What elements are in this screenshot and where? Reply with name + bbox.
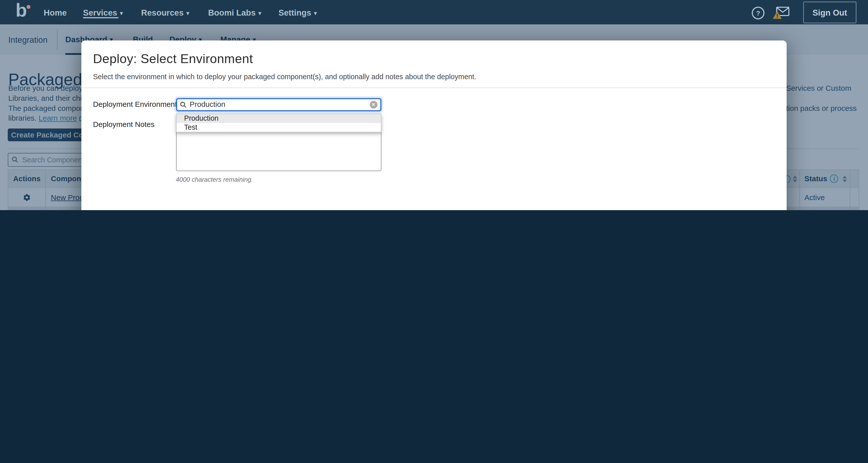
notifications-icon[interactable]: ! bbox=[775, 6, 789, 19]
dialog-description: Select the environment in which to deplo… bbox=[93, 73, 476, 81]
environment-search-input[interactable] bbox=[189, 100, 367, 109]
nav-item-resources[interactable]: Resources ▾ bbox=[141, 0, 189, 24]
chevron-down-icon: ▾ bbox=[258, 10, 261, 16]
search-icon bbox=[180, 101, 186, 108]
boomi-logo[interactable]: b bbox=[16, 0, 27, 21]
nav-item-services[interactable]: Services ▾ bbox=[83, 0, 123, 24]
dropdown-option-production[interactable]: Production bbox=[176, 114, 380, 123]
deployment-notes-textarea[interactable] bbox=[176, 132, 381, 171]
chevron-down-icon: ▾ bbox=[186, 10, 189, 16]
svg-text:!: ! bbox=[776, 13, 778, 19]
top-nav-bar: b Home Services ▾ Resources ▾ Boomi Labs… bbox=[0, 0, 868, 24]
nav-item-home[interactable]: Home bbox=[44, 0, 67, 24]
nav-active-underline bbox=[83, 17, 119, 18]
deployment-environment-label: Deployment Environment bbox=[93, 100, 177, 109]
nav-item-settings[interactable]: Settings ▾ bbox=[279, 0, 317, 24]
help-icon[interactable]: ? bbox=[752, 6, 765, 19]
dialog-title: Deploy: Select Environment bbox=[93, 52, 253, 67]
deploy-select-environment-dialog: Deploy: Select Environment Select the en… bbox=[82, 40, 787, 210]
environment-search-field: × bbox=[176, 98, 381, 111]
characters-remaining-hint: 4000 characters remaining. bbox=[176, 176, 253, 183]
dropdown-option-test[interactable]: Test bbox=[176, 123, 380, 132]
sign-out-button[interactable]: Sign Out bbox=[803, 2, 857, 23]
warning-triangle-icon: ! bbox=[773, 11, 782, 19]
chevron-down-icon: ▾ bbox=[314, 10, 317, 16]
dialog-header-divider bbox=[82, 87, 787, 88]
boomi-logo-dot bbox=[27, 5, 30, 9]
nav-item-boomi-labs[interactable]: Boomi Labs ▾ bbox=[208, 0, 261, 24]
deployment-notes-label: Deployment Notes bbox=[93, 120, 154, 128]
boomi-app-window: b Home Services ▾ Resources ▾ Boomi Labs… bbox=[0, 0, 868, 210]
chevron-down-icon: ▾ bbox=[120, 10, 123, 16]
clear-input-icon[interactable]: × bbox=[369, 101, 377, 109]
environment-dropdown-list: Production Test bbox=[176, 114, 381, 133]
